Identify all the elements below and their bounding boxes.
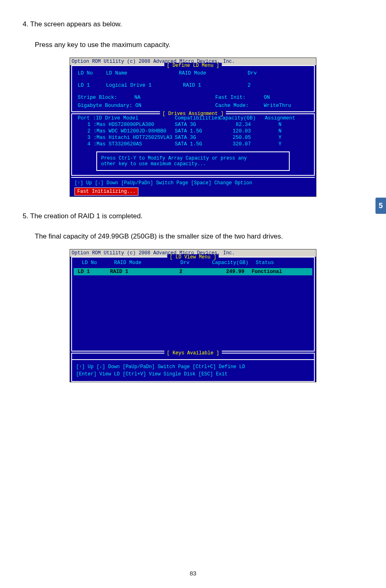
drv2-assign: Y <box>260 135 300 141</box>
drv-h-assign: Assignment <box>260 115 300 121</box>
row-raidmode: RAID 1 <box>183 83 248 88</box>
drv0-comp: SATA 3G <box>175 122 219 128</box>
keys-line1: [↑] Up [↓] Down [PaUp/PaDn] Switch Page … <box>76 363 310 371</box>
bios-screenshot-1: Option ROM Utility (c) 2008 Advanced Mic… <box>70 58 316 197</box>
modal-line1: Press Ctrl-Y to Modify Array Capacity or… <box>101 156 285 161</box>
page-number: 83 <box>190 570 197 577</box>
sel-drv: 2 <box>167 269 195 275</box>
step5-line1: 5. The creation of RAID 1 is completed. <box>23 208 363 225</box>
stripe-val: NA <box>134 95 215 100</box>
header-ldname: LD Name <box>106 70 179 76</box>
cache-label: Cache Mode: <box>215 103 264 109</box>
bios-screenshot-2: Option ROM Utility (c) 2008 Advanced Mic… <box>70 249 316 382</box>
drv1-cap: 120.03 <box>219 128 260 134</box>
h-cap: Capacity(GB) <box>199 260 256 266</box>
sel-status: Functional <box>252 269 300 275</box>
sel-ldno: LD 1 <box>78 269 110 275</box>
status-fast-init: Fast Initializing... <box>74 187 138 196</box>
keys-line2: [Enter] View LD [Ctrl+V] View Single Dis… <box>76 371 310 378</box>
selected-ld-row: LD 1 RAID 1 2 249.99 Functional <box>74 268 312 275</box>
step4-line1: 4. The screen appears as below. <box>23 16 363 33</box>
footer-keys: [↑] Up [↓] Down [PaUp/PaDn] Switch Page … <box>74 179 312 187</box>
drv-h-port: Port :ID Drive Model <box>78 115 175 121</box>
chapter-tab: 5 <box>375 198 386 214</box>
drv-h-comp: Compatibilities <box>175 115 219 121</box>
header-raidmode: RAID Mode <box>179 70 248 76</box>
drv3-port: 4 :Mas ST3320620AS <box>78 141 175 147</box>
sel-raidmode: RAID 1 <box>110 269 167 275</box>
header-ldno: LD No <box>78 70 106 76</box>
row-ldno: LD 1 <box>78 83 106 88</box>
drv2-comp: SATA 3G <box>175 135 219 141</box>
cache-val: WriteThru <box>264 103 291 109</box>
h-ldno: LD No <box>82 260 114 266</box>
table-row: 3 :Mas Hitachi HDT725025VLA3 SATA 3G 250… <box>78 134 308 141</box>
drv1-comp: SATA 1.5G <box>175 128 219 134</box>
drv3-comp: SATA 1.5G <box>175 141 219 147</box>
step4-line2: Press any key to use the maximum capacit… <box>23 37 363 53</box>
keys-available-title: [ Keys Available ] <box>164 350 222 356</box>
modal-line2: other key to use maximum capacity... <box>101 161 285 167</box>
drv2-port: 3 :Mas Hitachi HDT725025VLA3 <box>78 135 175 141</box>
drv0-port: 1 :Mas HDS728090PLA380 <box>78 122 175 128</box>
sel-cap: 249.99 <box>195 269 252 275</box>
drv3-cap: 320.07 <box>219 141 260 147</box>
row-ldname: Logical Drive 1 <box>106 83 183 88</box>
drv2-cap: 250.05 <box>219 135 260 141</box>
modal-capacity: Press Ctrl-Y to Modify Array Capacity or… <box>96 151 290 171</box>
h-raidmode: RAID Mode <box>114 260 171 266</box>
bios1-menu-title: [ Define LD Menu ] <box>164 63 222 68</box>
header-drv: Drv <box>248 70 257 76</box>
table-row: 1 :Mas HDS728090PLA380 SATA 3G 82.34 N <box>78 121 308 128</box>
drv0-assign: N <box>260 122 300 128</box>
drv-h-cap: Capacity(GB) <box>219 115 260 121</box>
drv0-cap: 82.34 <box>219 122 260 128</box>
table-row: 2 :Mas WDC WD1200JD-98HBB0 SATA 1.5G 120… <box>78 128 308 134</box>
drv1-port: 2 :Mas WDC WD1200JD-98HBB0 <box>78 128 175 134</box>
drv3-assign: Y <box>260 141 300 147</box>
row-drv: 2 <box>248 83 251 88</box>
bios2-menu-title: [ LD View Menu ] <box>167 254 218 260</box>
gig-val: ON <box>136 103 142 109</box>
step5-line2: The final capacity of 249.99GB (250GB) i… <box>23 228 363 245</box>
drv1-assign: N <box>260 128 300 134</box>
h-drv: Drv <box>171 260 199 266</box>
gig-label: Gigabyte Boundary: <box>78 103 132 109</box>
fast-val: ON <box>264 95 270 100</box>
table-row: 4 :Mas ST3320620AS SATA 1.5G 320.07 Y <box>78 141 308 147</box>
h-status: Status <box>256 260 304 266</box>
fast-label: Fast Init: <box>215 95 264 100</box>
stripe-label: Stripe Block: <box>78 95 134 100</box>
